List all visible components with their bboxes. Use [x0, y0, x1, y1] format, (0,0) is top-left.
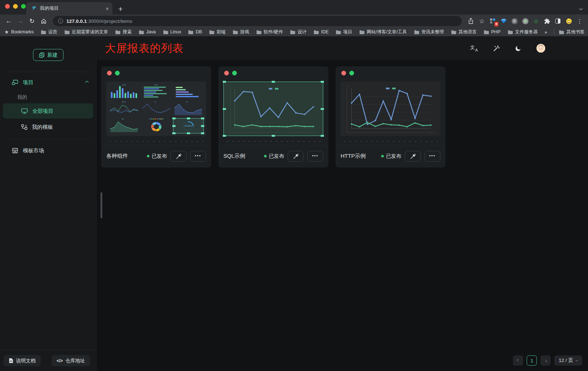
home-button[interactable] — [38, 16, 49, 26]
dark-mode-moon-icon[interactable] — [514, 44, 522, 52]
user-avatar[interactable] — [536, 44, 545, 53]
project-card[interactable]: 25.00% 各种组件 已发布 ••• — [101, 66, 211, 168]
project-card[interactable]: HTTP示例 已发布 ••• — [336, 66, 445, 168]
star-extension-icon[interactable]: ☆ — [531, 16, 541, 26]
other-bookmarks-folder[interactable]: 其他书签 — [559, 29, 584, 35]
tab-search-icon[interactable] — [580, 5, 582, 12]
bookmark-folder[interactable]: 软件/硬件 — [256, 29, 283, 35]
project-name: SQL示例 — [223, 153, 245, 160]
tab-close-icon[interactable]: × — [106, 5, 109, 12]
bookmark-folder[interactable]: 网站/博客/文章/工具 — [359, 29, 407, 35]
site-info-icon[interactable]: i — [58, 18, 63, 24]
sidebar-item-template-market[interactable]: 模板市场 — [3, 143, 93, 158]
more-actions-button[interactable]: ••• — [190, 151, 206, 162]
status-dot — [147, 155, 149, 157]
favicon — [31, 6, 37, 11]
sidebar-item-my-templates[interactable]: 我的模板 — [3, 119, 93, 135]
current-page-button[interactable]: 1 — [527, 355, 537, 366]
bookmark-folder[interactable]: Java — [139, 29, 156, 34]
dark-mode-extension-icon[interactable] — [553, 16, 563, 26]
emoji-extension-icon[interactable] — [564, 16, 573, 26]
circle-extension-icon[interactable] — [521, 16, 530, 26]
bookmark-folder[interactable]: 前端 — [209, 29, 226, 35]
gem-extension-icon[interactable] — [499, 16, 508, 26]
command-extension-icon[interactable]: ⌘ — [510, 16, 519, 26]
status-badge: 已发布 — [381, 153, 401, 160]
sidebar-section-project[interactable]: 项目 — [0, 75, 96, 90]
magic-wand-icon[interactable] — [492, 44, 500, 52]
green-dot — [232, 71, 237, 75]
sidebar: 新建 项目 我的 全部项目 — [0, 37, 96, 371]
more-actions-button[interactable]: ••• — [424, 151, 440, 162]
scrollbar-thumb[interactable] — [100, 192, 102, 218]
bookmark-folder[interactable]: 资讯未整理 — [414, 29, 444, 35]
url-text: 127.0.0.1:3000/#/project/items — [66, 18, 132, 24]
edit-project-button[interactable] — [405, 151, 421, 162]
folder-icon — [336, 29, 341, 34]
create-project-button[interactable]: 新建 — [33, 49, 63, 61]
address-bar[interactable]: i 127.0.0.1:3000/#/project/items — [53, 16, 462, 26]
extensions-puzzle-icon[interactable] — [542, 16, 552, 26]
folder-icon — [414, 29, 419, 34]
bookmark-folder[interactable]: 设计 — [290, 29, 307, 35]
more-actions-button[interactable]: ••• — [307, 151, 323, 162]
folder-icon — [115, 29, 120, 34]
red-dot — [341, 71, 346, 75]
bookmark-folder[interactable]: PHP — [484, 29, 501, 34]
project-icon — [12, 79, 18, 86]
project-name: 各种组件 — [106, 153, 128, 160]
maximize-window-button[interactable] — [21, 4, 26, 9]
bookmark-folder[interactable]: 项目 — [336, 29, 352, 35]
project-thumbnail[interactable]: 25.00% — [106, 82, 206, 136]
bookmarks-root[interactable]: ★ Bookmarks — [4, 29, 34, 35]
hammer-icon — [175, 153, 182, 159]
bookmark-star-icon[interactable]: ☆ — [477, 16, 486, 26]
sidebar-group-mine: 我的 — [0, 92, 96, 103]
folder-icon — [209, 29, 214, 34]
project-thumbnail[interactable] — [341, 82, 440, 136]
sidebar-item-all-projects[interactable]: 全部项目 — [3, 103, 93, 119]
docs-button[interactable]: 说明文档 — [4, 355, 41, 366]
bookmark-folder[interactable]: 游戏 — [233, 29, 249, 35]
tab-title: 我的项目 — [40, 5, 102, 12]
bookmark-folder[interactable]: Linux — [163, 29, 181, 34]
bookmark-folder[interactable]: 其他语言 — [451, 29, 477, 35]
share-icon[interactable] — [466, 16, 476, 26]
bookmark-folder[interactable]: 搜索 — [115, 29, 132, 35]
project-thumbnail[interactable] — [223, 82, 323, 136]
reload-button[interactable]: ↻ — [27, 16, 37, 26]
green-dot — [115, 71, 120, 75]
browser-menu-icon[interactable]: ⋮ — [575, 16, 584, 26]
bookmark-folder[interactable]: 文件服务器 — [507, 29, 538, 35]
extension-grid-icon[interactable]: 9 — [488, 16, 497, 26]
pagination: 1 12 / 页 — [513, 355, 582, 366]
sidebar-divider — [6, 72, 90, 72]
edit-project-button[interactable] — [288, 151, 304, 162]
project-card[interactable]: SQL示例 已发布 ••• — [218, 66, 328, 168]
new-tab-button[interactable]: + — [118, 5, 123, 13]
next-page-button[interactable] — [540, 355, 551, 366]
close-window-button[interactable] — [5, 4, 10, 9]
language-icon[interactable]: 文A — [470, 44, 478, 52]
page-size-select[interactable]: 12 / 页 — [554, 355, 582, 366]
bookmarks-divider — [554, 29, 554, 35]
back-button[interactable]: ← — [4, 16, 14, 26]
bookmark-folder[interactable]: IDE — [313, 29, 329, 34]
folder-icon — [359, 29, 365, 34]
minimize-window-button[interactable] — [13, 4, 18, 9]
prev-page-button[interactable] — [513, 355, 523, 366]
sidebar-footer: 说明文档 </> 仓库地址 — [0, 350, 96, 371]
line-chart — [230, 86, 318, 132]
bookmark-folder[interactable]: DB — [188, 29, 202, 34]
browser-tab[interactable]: 我的项目 × — [26, 2, 112, 15]
repository-button[interactable]: </> 仓库地址 — [52, 355, 90, 366]
bookmarks-overflow-icon[interactable]: » — [544, 29, 547, 35]
collapse-chevron-icon[interactable] — [85, 81, 89, 84]
bookmark-folder[interactable]: 近期需要读的文章 — [64, 29, 108, 35]
mini-hbar-chart — [141, 84, 172, 99]
folder-icon — [290, 29, 295, 34]
bookmark-folder[interactable]: 运营 — [41, 29, 57, 35]
window-controls — [5, 4, 26, 9]
edit-project-button[interactable] — [170, 151, 186, 162]
mini-area-chart — [109, 118, 139, 133]
